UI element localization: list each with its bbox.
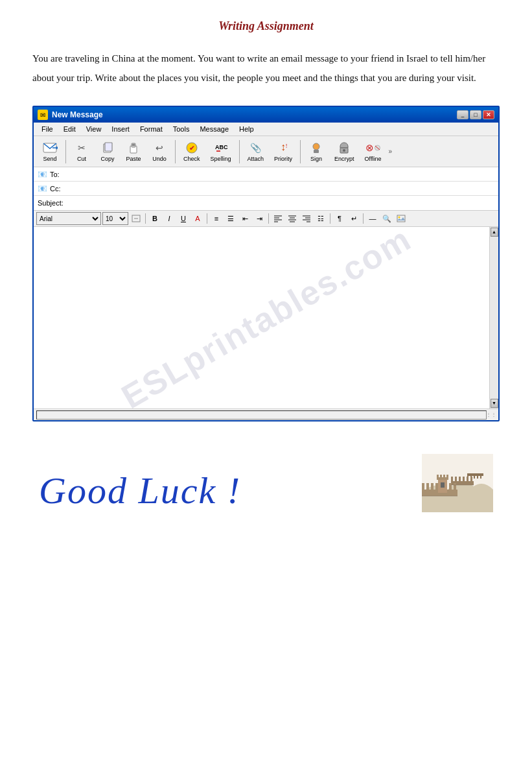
- justify-button[interactable]: ☷: [314, 213, 327, 224]
- cc-input[interactable]: [79, 184, 498, 194]
- status-bar: ⋮⋮: [34, 409, 498, 420]
- ordered-list-button[interactable]: ☰: [224, 213, 237, 224]
- paste-button[interactable]: Paste: [121, 139, 146, 164]
- svg-rect-46: [470, 477, 472, 485]
- increase-indent-button[interactable]: ⇥: [253, 213, 266, 224]
- sign-button[interactable]: Sign: [304, 139, 329, 164]
- priority-button[interactable]: ↕ ! Priority: [270, 139, 297, 164]
- maximize-button[interactable]: □: [470, 110, 481, 119]
- unordered-list-button[interactable]: ≡: [210, 213, 223, 224]
- svg-text:✔: ✔: [189, 145, 194, 152]
- cut-label: Cut: [77, 156, 86, 162]
- line-button[interactable]: —: [366, 213, 379, 224]
- align-right-button[interactable]: [300, 213, 313, 224]
- svg-rect-60: [443, 475, 445, 480]
- show-hide-button[interactable]: ↵: [347, 213, 360, 224]
- minimize-button[interactable]: _: [457, 110, 468, 119]
- spelling-icon: ABC: [213, 141, 229, 155]
- instructions: You are traveling in China at the moment…: [32, 49, 500, 88]
- vertical-scrollbar[interactable]: ▲ ▼: [489, 227, 498, 409]
- align-left-button[interactable]: [272, 213, 284, 224]
- menu-insert[interactable]: Insert: [106, 124, 135, 134]
- fmt-sep-2: [207, 213, 207, 224]
- scroll-down-button[interactable]: ▼: [491, 399, 498, 408]
- scrollbar-track: [491, 237, 498, 399]
- copy-button[interactable]: Copy: [95, 139, 120, 164]
- menu-edit[interactable]: Edit: [58, 124, 81, 134]
- to-icon: 📧: [38, 170, 47, 179]
- encrypt-label: Encrypt: [334, 156, 354, 162]
- svg-rect-31: [397, 215, 405, 222]
- cut-button[interactable]: Cut: [69, 139, 94, 164]
- close-button[interactable]: ✕: [483, 110, 494, 119]
- paste-label: Paste: [126, 156, 141, 162]
- menu-message[interactable]: Message: [194, 124, 234, 134]
- align-center-button[interactable]: [286, 213, 299, 224]
- attach-icon: [248, 141, 263, 155]
- menu-tools[interactable]: Tools: [168, 124, 195, 134]
- svg-text:ABC: ABC: [215, 144, 228, 150]
- cc-label: 📧 Cc:: [34, 183, 79, 195]
- encrypt-icon: [336, 141, 352, 155]
- bold-button[interactable]: B: [148, 213, 161, 224]
- offline-button[interactable]: Offline: [360, 139, 386, 164]
- font-select[interactable]: Arial Times New Roman Courier New: [36, 212, 101, 225]
- size-select[interactable]: 10 12 14 16: [102, 212, 128, 225]
- attach-label: Attach: [248, 156, 264, 162]
- copy-label: Copy: [100, 156, 114, 162]
- scroll-up-button[interactable]: ▲: [491, 228, 498, 237]
- svg-rect-44: [463, 477, 465, 485]
- svg-point-32: [399, 217, 400, 219]
- font-color-button[interactable]: A: [191, 213, 204, 224]
- page: Writing Assignment You are traveling in …: [0, 0, 532, 758]
- svg-rect-12: [314, 150, 319, 153]
- menu-help[interactable]: Help: [234, 124, 259, 134]
- send-button[interactable]: Send: [38, 139, 62, 164]
- check-icon: ✔: [184, 141, 200, 155]
- toolbar-more[interactable]: »: [387, 148, 393, 155]
- cc-icon: 📧: [38, 184, 47, 193]
- svg-rect-51: [435, 483, 438, 496]
- undo-icon: [152, 141, 167, 155]
- priority-label: Priority: [274, 156, 292, 162]
- italic-button[interactable]: I: [163, 213, 176, 224]
- status-bar-inner: [36, 410, 487, 420]
- resize-grip[interactable]: ⋮⋮: [487, 410, 496, 420]
- undo-button[interactable]: Undo: [147, 139, 172, 164]
- toolbar-sep-3: [239, 140, 240, 163]
- footer-section: Good Luck !: [32, 454, 500, 512]
- menu-view[interactable]: View: [81, 124, 107, 134]
- subject-input[interactable]: [79, 198, 498, 208]
- spelling-button[interactable]: ABC Spelling: [206, 139, 236, 164]
- page-title: Writing Assignment: [32, 19, 500, 33]
- svg-rect-59: [440, 475, 442, 480]
- zoom-button[interactable]: 🔍: [380, 213, 393, 224]
- cut-icon: [74, 141, 89, 155]
- svg-rect-62: [441, 482, 445, 488]
- svg-rect-37: [474, 473, 475, 479]
- window-title: New Message: [52, 110, 103, 119]
- insert-picture-button[interactable]: [395, 213, 408, 224]
- menu-format[interactable]: Format: [135, 124, 168, 134]
- svg-rect-38: [477, 473, 478, 479]
- email-window-icon: ✉: [38, 110, 48, 120]
- compose-textarea[interactable]: [34, 227, 489, 409]
- underline-button[interactable]: U: [177, 213, 190, 224]
- format-style-button[interactable]: [130, 213, 143, 224]
- window-controls: _ □ ✕: [457, 110, 494, 119]
- to-input[interactable]: [79, 169, 498, 180]
- formatting-bar: Arial Times New Roman Courier New 10 12 …: [34, 211, 498, 227]
- check-button[interactable]: ✔ Check: [179, 139, 205, 164]
- svg-rect-43: [459, 477, 461, 485]
- encrypt-button[interactable]: Encrypt: [330, 139, 359, 164]
- priority-icon: ↕ !: [275, 141, 291, 155]
- toolbar-sep-4: [300, 140, 301, 163]
- svg-rect-61: [446, 475, 448, 480]
- menu-file[interactable]: File: [36, 124, 58, 134]
- decrease-indent-button[interactable]: ⇤: [238, 213, 251, 224]
- address-area: 📧 To: 📧 Cc: Subject:: [34, 167, 498, 211]
- to-row: 📧 To:: [34, 167, 498, 182]
- paragraph-button[interactable]: ¶: [333, 213, 346, 224]
- copy-icon: [100, 141, 115, 155]
- attach-button[interactable]: Attach: [243, 139, 269, 164]
